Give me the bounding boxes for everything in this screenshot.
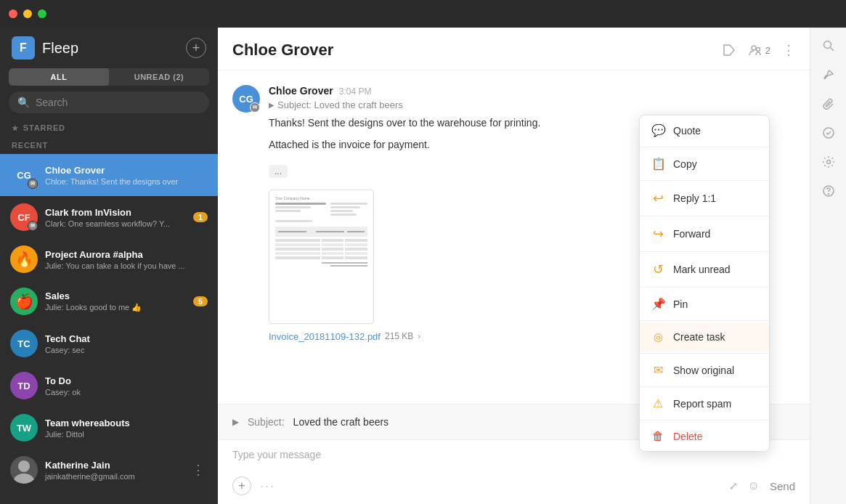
email-dot: ✉ [250, 102, 260, 113]
compose-left-actions: + ··· [232, 476, 275, 495]
context-menu-show-original[interactable]: ✉ Show original [640, 355, 769, 385]
context-menu-pin[interactable]: 📌 Pin [640, 289, 769, 319]
sidebar-item-todo[interactable]: TD To Do Casey: ok [0, 365, 218, 407]
conv-info: Chloe Grover Chloe: Thanks! Sent the des… [45, 165, 208, 186]
context-menu-quote[interactable]: 💬 Quote [640, 115, 769, 145]
avatar: 🔥 [10, 245, 38, 273]
context-menu-reply[interactable]: ↩ Reply 1:1 [640, 182, 769, 214]
context-menu-delete[interactable]: 🗑 Delete [640, 422, 769, 451]
conv-info: Sales Julie: Looks good to me 👍 [45, 290, 186, 312]
conv-name: Clark from InVision [45, 207, 186, 218]
svg-point-4 [823, 41, 831, 49]
sidebar-tabs: ALL UNREAD (2) [9, 68, 209, 86]
context-menu-report-spam[interactable]: ⚠ Report spam [640, 389, 769, 418]
labels-button[interactable] [722, 43, 736, 57]
maximize-button[interactable] [38, 9, 46, 18]
sidebar-item-project-aurora[interactable]: 🔥 Project Aurora #alpha Julie: You can t… [0, 238, 218, 280]
main-header: Chloe Grover 2 ⋮ [218, 28, 810, 70]
app: F Fleep + ALL UNREAD (2) 🔍 ★ STARRED REC… [0, 28, 846, 504]
compose-right-actions: ⤢ ☺ Send [729, 479, 795, 492]
conv-name: Sales [45, 290, 186, 301]
divider [640, 287, 769, 288]
avatar: 🍎 [10, 288, 38, 315]
more-options-button[interactable]: ··· [260, 479, 275, 494]
sidebar-item-chloe-grover[interactable]: CG ✉ Chloe Grover Chloe: Thanks! Sent th… [0, 154, 218, 196]
search-sidebar-button[interactable] [822, 39, 835, 52]
compose-actions: + ··· ⤢ ☺ Send [232, 476, 795, 495]
attachment-expand-button[interactable]: ... [269, 165, 288, 178]
conv-preview: Julie: You can take a look if you have .… [45, 261, 208, 270]
sidebar-item-tech-chat[interactable]: TC Tech Chat Casey: sec [0, 322, 218, 365]
context-menu-mark-unread[interactable]: ↺ Mark unread [640, 253, 769, 285]
titlebar [0, 0, 846, 28]
attachment-filename[interactable]: Invoice_20181109-132.pdf [269, 331, 381, 342]
member-count: 2 [765, 45, 770, 56]
conv-preview: Casey: ok [45, 388, 208, 397]
pin-icon: 📌 [651, 297, 664, 311]
svg-line-5 [830, 48, 834, 52]
compose-input[interactable]: Type your message [232, 449, 795, 471]
recent-section-label: RECENT [0, 137, 218, 154]
conv-name: To Do [45, 375, 208, 386]
sidebar-item-sales[interactable]: 🍎 Sales Julie: Looks good to me 👍 5 [0, 280, 218, 322]
close-button[interactable] [9, 9, 17, 18]
email-badge: ✉ [28, 221, 38, 231]
tab-all[interactable]: ALL [9, 68, 109, 86]
tab-unread[interactable]: UNREAD (2) [109, 68, 209, 86]
divider [640, 251, 769, 252]
copy-icon: 📋 [651, 157, 664, 171]
tasks-sidebar-button[interactable] [822, 126, 835, 139]
more-options-button[interactable]: ⋮ [189, 462, 208, 478]
sidebar-item-clark[interactable]: CF ✉ Clark from InVision Clark: One seam… [0, 196, 218, 238]
add-button[interactable]: + [186, 38, 206, 58]
chevron-right-icon: ▶ [269, 101, 274, 109]
conv-info: To Do Casey: ok [45, 375, 208, 397]
sidebar-header: F Fleep + [0, 28, 218, 68]
show-original-icon: ✉ [651, 363, 664, 377]
attachments-sidebar-button[interactable] [822, 97, 835, 110]
divider [640, 180, 769, 181]
conv-info: Tech Chat Casey: sec [45, 333, 208, 354]
logo-area: F Fleep [12, 36, 78, 60]
sidebar-item-team-whereabouts[interactable]: TW Team whereabouts Julie: Dittol [0, 407, 218, 449]
svg-point-0 [18, 460, 30, 472]
forward-icon: ↪ [651, 226, 664, 242]
settings-sidebar-button[interactable] [822, 155, 835, 168]
members-button[interactable]: 2 [748, 43, 770, 57]
conversation-list: CG ✉ Chloe Grover Chloe: Thanks! Sent th… [0, 154, 218, 504]
send-button[interactable]: Send [770, 480, 795, 492]
message-time: 3:04 PM [339, 86, 372, 97]
chevron-right-icon[interactable]: ▶ [232, 417, 239, 427]
conversation-title: Chloe Grover [232, 41, 333, 60]
conv-info: Team whereabouts Julie: Dittol [45, 418, 208, 439]
search-input[interactable] [36, 97, 200, 108]
divider [640, 386, 769, 387]
conv-preview: Casey: sec [45, 346, 208, 354]
more-options-button[interactable]: ⋮ [782, 42, 795, 58]
avatar: CF ✉ [10, 203, 38, 231]
svg-point-1 [14, 473, 34, 484]
search-bar[interactable]: 🔍 [9, 92, 209, 113]
subject-value: Loved the craft beers [293, 416, 389, 428]
minimize-button[interactable] [23, 9, 32, 18]
sidebar-item-katherine-jain[interactable]: Katherine Jain jainkatherine@gmail.com ⋮ [0, 449, 218, 491]
conv-preview: Clark: One seamless workflow? Y... [45, 219, 186, 228]
conv-email: jainkatherine@gmail.com [45, 472, 182, 481]
add-attachment-button[interactable]: + [232, 476, 251, 495]
emoji-button[interactable]: ☺ [748, 479, 760, 492]
divider [640, 320, 769, 321]
divider [640, 353, 769, 354]
svg-point-3 [756, 48, 760, 52]
header-actions: 2 ⋮ [722, 42, 795, 58]
pin-sidebar-button[interactable] [822, 68, 835, 81]
conv-info: Clark from InVision Clark: One seamless … [45, 207, 186, 228]
context-menu-create-task[interactable]: ◎ Create task [640, 322, 769, 351]
help-sidebar-button[interactable] [822, 184, 835, 198]
expand-button[interactable]: ⤢ [729, 480, 738, 492]
svg-point-10 [828, 194, 829, 195]
app-name: Fleep [42, 40, 78, 57]
conv-name: Tech Chat [45, 333, 208, 344]
context-menu-copy[interactable]: 📋 Copy [640, 149, 769, 179]
context-menu-forward[interactable]: ↪ Forward [640, 218, 769, 250]
attachment-size: 215 KB [385, 331, 413, 341]
